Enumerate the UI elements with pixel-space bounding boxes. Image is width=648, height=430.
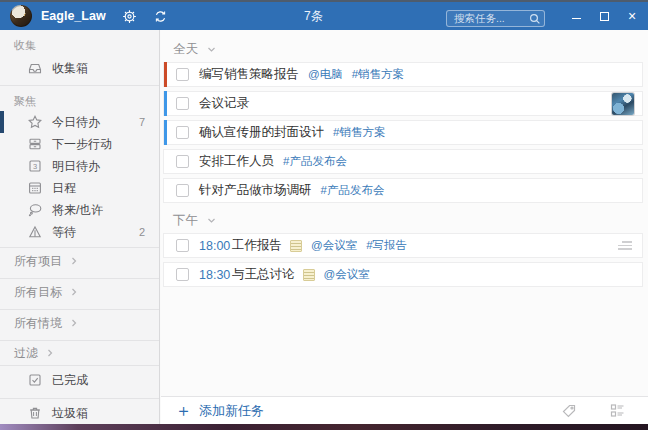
task-time: 18:00: [199, 239, 232, 253]
sidebar-item-label: 将来/也许: [52, 202, 103, 219]
section-label: 过滤: [14, 345, 38, 362]
search-box: [446, 8, 545, 25]
add-task-button[interactable]: ＋ 添加新任务: [175, 402, 264, 420]
section-label: 所有目标: [14, 284, 62, 301]
tag-icon[interactable]: [561, 403, 577, 419]
sidebar-item-label: 今日待办: [52, 114, 100, 131]
desktop-wallpaper-strip: [0, 424, 648, 430]
sidebar-item-label: 等待: [52, 224, 76, 241]
section-label: 所有项目: [14, 253, 62, 270]
stack-icon: [27, 136, 43, 152]
task-count-badge: 7条: [304, 8, 323, 25]
chevron-down-icon: [207, 216, 216, 225]
thought-bubble-icon: [27, 202, 43, 218]
search-icon[interactable]: [529, 11, 541, 29]
task-context: @电脑: [308, 67, 343, 82]
item-count: 7: [139, 116, 145, 128]
titlebar: Eagle_Law 7条: [0, 2, 648, 30]
task-checkbox[interactable]: [176, 126, 189, 139]
task-title: 与王总讨论: [232, 266, 295, 283]
sidebar-item-someday[interactable]: 将来/也许: [0, 199, 159, 221]
chevron-right-icon: [70, 257, 78, 265]
sidebar-item-completed[interactable]: 已完成: [0, 366, 159, 394]
item-count: 2: [139, 226, 145, 238]
section-label: 所有情境: [14, 315, 62, 332]
sidebar-section-all-goals[interactable]: 所有目标: [0, 279, 159, 305]
sidebar-item-inbox[interactable]: 收集箱: [0, 55, 159, 81]
section-label-collect: 收集: [0, 30, 159, 55]
sidebar-item-next-actions[interactable]: 下一步行动: [0, 133, 159, 155]
checked-box-icon: [27, 372, 43, 388]
waiting-icon: [27, 224, 43, 240]
plus-icon: ＋: [175, 402, 192, 419]
app-window: Eagle_Law 7条: [0, 0, 648, 430]
avatar[interactable]: [10, 5, 32, 27]
sidebar-item-today[interactable]: 今日待办 7: [0, 111, 159, 133]
calendar-3-icon: 3: [27, 158, 43, 174]
sidebar-section-all-projects[interactable]: 所有项目: [0, 248, 159, 274]
task-row[interactable]: 18:30 与王总讨论 @会议室: [163, 262, 643, 287]
task-tag: #写报告: [366, 238, 407, 253]
sidebar-item-schedule[interactable]: 日程: [0, 177, 159, 199]
task-row[interactable]: 18:00 工作报告 @会议室 #写报告: [163, 233, 643, 258]
task-title: 编写销售策略报告: [199, 66, 299, 83]
task-context: @会议室: [311, 238, 357, 253]
minimize-button[interactable]: [562, 2, 590, 30]
section-label-focus: 聚焦: [0, 86, 159, 111]
task-row[interactable]: 针对产品做市场调研 #产品发布会: [163, 178, 643, 203]
sidebar-item-waiting[interactable]: 等待 2: [0, 221, 159, 243]
sidebar-item-label: 明日待办: [52, 158, 100, 175]
trash-icon: [27, 405, 43, 421]
task-context: @会议室: [324, 267, 370, 282]
task-row[interactable]: 编写销售策略报告 @电脑 #销售方案: [163, 62, 643, 87]
group-label: 下午: [173, 212, 198, 229]
sidebar-item-tomorrow[interactable]: 3 明日待办: [0, 155, 159, 177]
sidebar-item-label: 已完成: [52, 372, 88, 389]
bottom-bar: ＋ 添加新任务: [161, 396, 648, 424]
task-title: 确认宣传册的封面设计: [199, 124, 324, 141]
task-checkbox[interactable]: [176, 155, 189, 168]
task-checkbox[interactable]: [176, 184, 189, 197]
inbox-icon: [27, 60, 43, 76]
chevron-right-icon: [70, 319, 78, 327]
attachment-image-thumbnail[interactable]: [612, 93, 634, 115]
task-checkbox[interactable]: [176, 239, 189, 252]
task-checkbox[interactable]: [176, 268, 189, 281]
chevron-right-icon: [46, 349, 54, 357]
maximize-button[interactable]: [590, 2, 618, 30]
drag-handle-icon[interactable]: [618, 241, 632, 250]
priority-bar-normal: [164, 91, 167, 116]
sidebar-item-trash[interactable]: 垃圾箱: [0, 399, 159, 427]
close-button[interactable]: ×: [618, 2, 646, 30]
list-layout-icon[interactable]: [609, 402, 626, 419]
group-header-afternoon[interactable]: 下午: [161, 207, 648, 233]
sidebar-item-label: 收集箱: [52, 60, 88, 77]
task-tag: #销售方案: [333, 125, 385, 140]
group-header-allday[interactable]: 全天: [161, 36, 648, 62]
calendar-icon: [27, 180, 43, 196]
window-controls: ×: [562, 2, 646, 30]
note-icon: [303, 269, 315, 281]
task-row[interactable]: 会议记录: [163, 91, 643, 116]
sidebar-section-all-contexts[interactable]: 所有情境: [0, 310, 159, 336]
priority-bar-high: [164, 62, 167, 87]
task-title: 工作报告: [232, 237, 282, 254]
task-row[interactable]: 确认宣传册的封面设计 #销售方案: [163, 120, 643, 145]
gear-icon[interactable]: [122, 9, 137, 24]
chevron-down-icon: [207, 45, 216, 54]
priority-bar-normal: [164, 120, 167, 145]
task-checkbox[interactable]: [176, 68, 189, 81]
task-title: 安排工作人员: [199, 153, 274, 170]
task-row[interactable]: 安排工作人员 #产品发布会: [163, 149, 643, 174]
refresh-icon[interactable]: [153, 9, 168, 24]
chevron-right-icon: [70, 288, 78, 296]
task-tag: #产品发布会: [283, 154, 347, 169]
task-list-panel: 全天 编写销售策略报告 @电脑 #销售方案 会议记录 确认宣传册的封面设计 #销…: [161, 30, 648, 424]
note-icon: [290, 240, 302, 252]
svg-text:3: 3: [33, 162, 37, 171]
sidebar-item-label: 下一步行动: [52, 136, 112, 153]
task-title: 针对产品做市场调研: [199, 182, 312, 199]
task-title: 会议记录: [199, 95, 249, 112]
task-checkbox[interactable]: [176, 97, 189, 110]
sidebar-section-filter[interactable]: 过滤: [0, 341, 159, 361]
